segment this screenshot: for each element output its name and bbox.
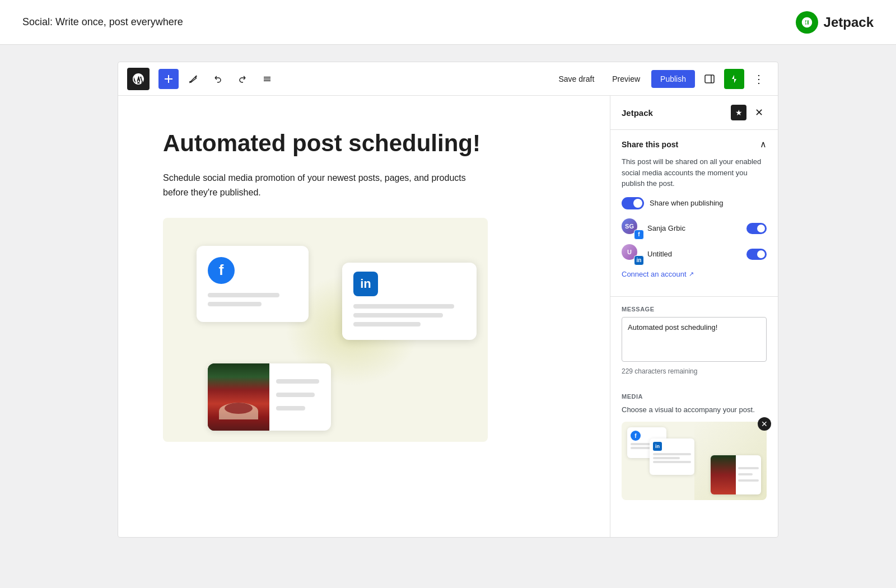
skeleton-line [353,304,454,309]
redo-button[interactable] [232,69,253,89]
media-preview-image: f in [622,422,767,500]
editor-content[interactable]: Automated post scheduling! Schedule soci… [118,96,610,537]
media-preview-container: ✕ f in [622,422,767,500]
wordpress-logo [127,68,150,90]
star-button[interactable]: ★ [731,105,746,120]
account-name-sanja: Sanja Grbic [647,224,685,232]
share-description: This post will be shared on all your ena… [622,156,767,189]
message-section: MESSAGE Automated post scheduling! 229 c… [610,297,778,393]
share-when-publishing-row: Share when publishing [622,197,767,209]
social-preview-illustration: f in [163,218,488,442]
top-header: Social: Write once, post everywhere Jetp… [0,0,896,45]
edit-tool-button[interactable] [183,69,203,89]
sidebar-toggle-button[interactable] [699,69,720,89]
undo-button[interactable] [208,69,228,89]
editor-container: Save draft Preview Publish ⋮ Automated p… [118,62,778,538]
share-when-publishing-label: Share when publishing [650,199,724,207]
jetpack-logo-text: Jetpack [824,15,874,30]
mini-skeleton [653,453,691,455]
message-textarea[interactable]: Automated post scheduling! [622,317,767,362]
share-when-publishing-toggle[interactable] [622,197,644,209]
skeleton-line [276,379,319,384]
facebook-badge: f [634,230,644,240]
editor-body: Automated post scheduling! Schedule soci… [118,96,778,537]
media-label: MEDIA [622,393,767,400]
account-toggle-untitled[interactable] [746,249,767,260]
media-remove-button[interactable]: ✕ [758,417,771,431]
post-subtitle[interactable]: Schedule social media promotion of your … [163,171,488,199]
share-section-header: Share this post ∧ [622,139,767,150]
jetpack-toolbar-button[interactable] [724,69,744,89]
svg-rect-3 [705,75,714,83]
editor-toolbar: Save draft Preview Publish ⋮ [118,62,778,96]
external-link-icon: ↗ [689,270,694,278]
connect-account-link[interactable]: Connect an account ↗ [622,270,767,278]
skeleton-line [353,313,443,318]
account-item-untitled: U in Untitled [622,244,767,264]
skeleton-line [353,322,421,326]
mini-facebook-icon: f [631,431,641,441]
media-section: MEDIA Choose a visual to accompany your … [610,393,778,510]
share-this-post-section: Share this post ∧ This post will be shar… [610,130,778,297]
share-section-title: Share this post [622,140,678,149]
account-avatar-sanja: SG f [622,218,642,239]
more-options-button[interactable]: ⋮ [749,69,769,89]
facebook-icon: f [208,257,235,284]
publish-button[interactable]: Publish [651,70,695,88]
skeleton-line [276,393,315,397]
toolbar-right: Save draft Preview Publish ⋮ [552,69,769,89]
linkedin-badge: in [634,255,644,265]
facebook-preview-card: f [197,246,309,322]
right-sidebar: Jetpack ★ ✕ Share this post ∧ This post … [610,96,778,537]
sidebar-panel-title: Jetpack [622,108,653,118]
mini-food-photo [711,455,736,494]
image-card-lines [269,363,331,431]
account-name-untitled: Untitled [647,250,672,258]
account-info-untitled: U in Untitled [622,244,672,264]
add-block-button[interactable] [158,69,179,89]
image-preview-card [208,363,331,431]
account-item-sanja: SG f Sanja Grbic [622,218,767,239]
jetpack-logo: Jetpack [796,11,874,34]
account-info-sanja: SG f Sanja Grbic [622,218,685,239]
linkedin-icon: in [353,272,378,296]
post-title[interactable]: Automated post scheduling! [163,129,565,157]
close-sidebar-button[interactable]: ✕ [751,105,767,120]
mini-img-lines [736,455,761,494]
mini-skeleton [738,479,759,482]
mini-skeleton [653,457,680,459]
page-title: Social: Write once, post everywhere [22,16,183,28]
svg-rect-1 [264,78,270,80]
food-image [208,363,269,431]
account-avatar-untitled: U in [622,244,642,264]
skeleton-line [208,302,262,306]
editor-wrapper: Save draft Preview Publish ⋮ Automated p… [0,45,896,554]
skeleton-line [208,293,279,297]
mini-image-card [711,455,761,494]
linkedin-preview-card: in [342,263,477,340]
message-label: MESSAGE [622,306,767,312]
svg-rect-0 [264,77,270,78]
mini-linkedin-icon: in [653,442,662,451]
media-description: Choose a visual to accompany your post. [622,404,767,416]
skeleton-line [276,406,305,410]
share-section-collapse-button[interactable]: ∧ [760,139,767,150]
mini-skeleton [738,467,759,469]
mini-linkedin-card: in [650,438,694,475]
svg-rect-2 [264,80,270,81]
char-count: 229 characters remaining [622,367,767,375]
jetpack-logo-icon [796,11,818,34]
save-draft-button[interactable]: Save draft [552,70,601,88]
tools-button[interactable] [257,69,277,89]
mini-skeleton [653,461,691,463]
account-toggle-sanja[interactable] [746,223,767,234]
sidebar-header-actions: ★ ✕ [731,105,767,120]
sidebar-header: Jetpack ★ ✕ [610,96,778,130]
preview-button[interactable]: Preview [605,70,647,88]
mini-skeleton [738,473,753,475]
